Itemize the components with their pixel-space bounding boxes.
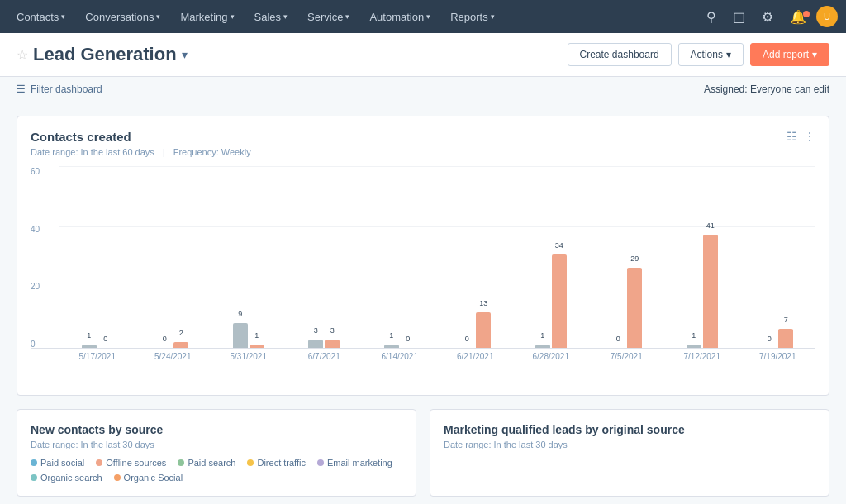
legend-dot <box>247 459 254 466</box>
chart-header: Contacts created Date range: In the last… <box>31 130 815 167</box>
legend-dot <box>178 459 184 466</box>
dashboard-toolbar: ☰ Filter dashboard Assigned: Everyone ca… <box>0 77 846 102</box>
bar-orange[interactable]: 41 <box>703 235 718 348</box>
bar-orange[interactable]: 29 <box>627 268 642 348</box>
bar-group: 02 <box>135 342 212 348</box>
bar-chart-wrap: 0 20 40 60 100291331001313402914107 <box>31 167 815 382</box>
bar-grey[interactable]: 1 <box>535 345 550 348</box>
bar-orange[interactable]: 3 <box>325 340 340 348</box>
favorite-icon[interactable]: ☆ <box>17 47 28 63</box>
legend-dot <box>31 474 37 481</box>
bar-grey[interactable]: 1 <box>687 345 701 348</box>
notification-badge <box>803 11 810 17</box>
bottom-cards-row: New contacts by source Date range: In th… <box>17 409 829 497</box>
chart-meta: Date range: In the last 60 days | Freque… <box>31 147 251 157</box>
legend-item: Direct traffic <box>247 458 305 468</box>
chart-filter-icon[interactable]: ☷ <box>787 130 797 143</box>
bar-chart: 100291331001313402914107 <box>31 167 815 349</box>
filter-dashboard-button[interactable]: ☰ Filter dashboard <box>17 83 102 95</box>
actions-chevron-icon: ▾ <box>726 49 731 60</box>
bar-grey[interactable]: 1 <box>82 345 97 348</box>
create-dashboard-button[interactable]: Create dashboard <box>568 43 672 66</box>
bar-grey[interactable]: 3 <box>308 340 323 348</box>
notifications-icon[interactable]: 🔔 <box>783 9 813 25</box>
legend-dot <box>114 474 121 481</box>
bar-group: 10 <box>59 345 135 348</box>
legend-item: Organic Social <box>114 473 183 483</box>
new-contacts-meta: Date range: In the last 30 days <box>31 440 402 449</box>
user-avatar[interactable]: U <box>816 6 838 27</box>
x-label: 5/31/2021 <box>211 352 287 361</box>
add-report-button[interactable]: Add report ▾ <box>750 43 829 66</box>
bar-group: 33 <box>287 340 363 348</box>
bar-group: 10 <box>362 345 438 348</box>
legend-item: Offline sources <box>96 458 166 468</box>
x-label: 7/19/2021 <box>740 352 816 361</box>
bar-group: 134 <box>513 254 589 348</box>
legend-item: Paid social <box>31 458 84 468</box>
nav-automation[interactable]: Automation ▾ <box>361 0 439 33</box>
nav-marketing-chevron: ▾ <box>231 12 235 21</box>
new-contacts-legend: Paid socialOffline sourcesPaid searchDir… <box>31 458 402 483</box>
chart-more-icon[interactable]: ⋮ <box>804 130 815 143</box>
x-axis: 5/17/20215/24/20215/31/20216/7/20216/14/… <box>31 352 815 361</box>
bar-group: 141 <box>664 235 740 348</box>
nav-sales[interactable]: Sales ▾ <box>246 0 297 33</box>
contacts-created-chart-card: Contacts created Date range: In the last… <box>17 116 829 396</box>
mql-title: Marketing qualified leads by original so… <box>444 423 815 436</box>
bar-group: 07 <box>740 329 816 348</box>
x-label: 5/17/2021 <box>59 352 135 361</box>
x-label: 6/7/2021 <box>287 352 363 361</box>
assigned-label: Assigned: Everyone can edit <box>704 83 829 95</box>
header-actions: Create dashboard Actions ▾ Add report ▾ <box>568 43 829 66</box>
nav-contacts-chevron: ▾ <box>61 12 65 21</box>
bar-grey[interactable]: 9 <box>233 323 248 348</box>
nav-conversations[interactable]: Conversations ▾ <box>77 0 169 33</box>
bar-group: 029 <box>589 268 665 348</box>
mql-by-source-card: Marketing qualified leads by original so… <box>430 409 829 497</box>
main-nav: Contacts ▾ Conversations ▾ Marketing ▾ S… <box>0 0 846 33</box>
add-report-chevron-icon: ▾ <box>812 49 817 60</box>
nav-service[interactable]: Service ▾ <box>299 0 358 33</box>
x-label: 7/12/2021 <box>664 352 740 361</box>
new-contacts-by-source-card: New contacts by source Date range: In th… <box>17 409 416 497</box>
legend-item: Organic search <box>31 473 102 483</box>
bar-grey[interactable]: 1 <box>384 345 399 348</box>
x-label: 6/28/2021 <box>513 352 589 361</box>
marketplace-icon[interactable]: ◫ <box>726 9 752 25</box>
chart-title: Contacts created <box>31 130 251 144</box>
x-label: 5/24/2021 <box>135 352 212 361</box>
filter-icon: ☰ <box>17 83 26 95</box>
title-dropdown-icon[interactable]: ▾ <box>182 48 188 61</box>
page-header: ☆ Lead Generation ▾ Create dashboard Act… <box>0 33 846 77</box>
chart-title-area: Contacts created Date range: In the last… <box>31 130 251 167</box>
nav-service-chevron: ▾ <box>345 12 349 21</box>
legend-dot <box>31 459 37 466</box>
nav-reports-chevron: ▾ <box>491 12 495 21</box>
legend-item: Email marketing <box>317 458 392 468</box>
nav-contacts[interactable]: Contacts ▾ <box>8 0 74 33</box>
nav-reports[interactable]: Reports ▾ <box>442 0 503 33</box>
bar-group: 91 <box>211 323 287 348</box>
bar-orange[interactable]: 13 <box>476 312 491 348</box>
x-label: 6/14/2021 <box>362 352 438 361</box>
nav-marketing[interactable]: Marketing ▾ <box>172 0 242 33</box>
actions-button[interactable]: Actions ▾ <box>678 43 744 66</box>
nav-sales-chevron: ▾ <box>283 12 288 21</box>
bar-group: 013 <box>438 312 514 348</box>
x-label: 7/5/2021 <box>589 352 665 361</box>
new-contacts-title: New contacts by source <box>31 423 402 436</box>
legend-dot <box>96 459 102 466</box>
mql-meta: Date range: In the last 30 days <box>444 440 815 449</box>
bar-orange[interactable]: 2 <box>173 342 188 348</box>
bar-orange[interactable]: 1 <box>250 345 264 348</box>
bar-orange[interactable]: 34 <box>552 254 567 348</box>
search-icon[interactable]: ⚲ <box>700 9 723 25</box>
nav-conversations-chevron: ▾ <box>156 12 160 21</box>
settings-icon[interactable]: ⚙ <box>755 9 780 25</box>
legend-item: Paid search <box>178 458 235 468</box>
main-content: Contacts created Date range: In the last… <box>0 102 846 504</box>
legend-dot <box>317 459 324 466</box>
page-title: Lead Generation <box>33 44 177 65</box>
bar-orange[interactable]: 7 <box>778 329 793 348</box>
